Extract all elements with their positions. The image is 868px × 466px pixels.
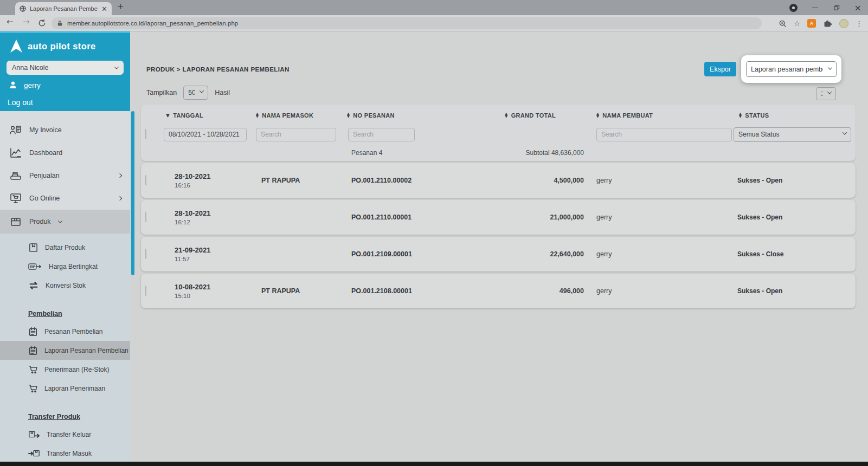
table-header-row: ▼ TANGGAL ▲▼ NAMA PEMASOK ▲▼ NO PESANAN … (141, 107, 856, 124)
swap-arrows-icon (28, 281, 39, 290)
page-size-select-wrap: 50 (183, 86, 208, 100)
order-report-icon (28, 346, 38, 355)
zoom-icon[interactable] (779, 20, 787, 28)
back-button[interactable]: ← (7, 17, 14, 27)
globe-icon (20, 5, 26, 12)
brand-name: auto pilot store (28, 41, 96, 51)
dashboard-chart-icon (10, 147, 22, 158)
logout-link[interactable]: Log out (8, 98, 33, 107)
status-badge: Sukses - Open (729, 177, 856, 184)
row-checkbox[interactable] (145, 249, 146, 259)
browser-tab-bar: Laporan Pesanan Pembelian ✕ + — × (0, 0, 868, 15)
row-checkbox[interactable] (145, 175, 146, 185)
sidebar-item-pesanan-pembelian[interactable]: Pesanan Pembelian (0, 322, 130, 341)
sort-icon: ▲▼ (739, 113, 742, 118)
creator-search-input[interactable] (596, 128, 732, 141)
username: gerry (24, 81, 41, 89)
sort-icon: ▲▼ (256, 113, 259, 118)
logged-in-user: gerry (9, 81, 41, 89)
order-no-search-input[interactable] (348, 128, 415, 141)
show-label: Tampilkan (146, 89, 177, 96)
chevron-right-icon (118, 196, 122, 200)
select-all-checkbox[interactable] (145, 129, 146, 139)
supplier-search-input[interactable] (256, 128, 336, 141)
sidebar-item-laporan-penerimaan[interactable]: Transfer Keluar Laporan Penerimaan (0, 379, 130, 398)
report-type-select[interactable]: Laporan pesanan pembelian (746, 61, 837, 77)
browser-tab[interactable]: Laporan Pesanan Pembelian ✕ (15, 2, 112, 15)
column-header-tanggal[interactable]: ▼ TANGGAL (164, 107, 256, 124)
sidebar-item-penjualan[interactable]: Penjualan (0, 164, 130, 187)
cart-report-icon (28, 384, 38, 393)
new-tab-button[interactable]: + (117, 2, 124, 11)
lock-icon (57, 20, 63, 27)
column-header-status[interactable]: ▲▼ STATUS (729, 107, 856, 124)
table-row[interactable]: 28-10-202116:16 PT RAPUPA PO.001.2110.00… (141, 163, 856, 198)
cart-icon (28, 365, 38, 374)
chevron-down-icon (57, 218, 62, 223)
status-filter-select[interactable]: Semua Status (734, 127, 851, 142)
section-header-pembelian: Pembelian (0, 295, 130, 322)
row-checkbox[interactable] (145, 212, 146, 222)
sidebar-item-produk[interactable]: Produk (0, 210, 130, 234)
account-select[interactable]: Anna Nicole (7, 61, 124, 75)
refresh-button[interactable] (38, 19, 46, 27)
table-filter-row: Semua Status (141, 124, 856, 145)
svg-text:RP: RP (30, 264, 35, 269)
date-range-filter-input[interactable] (164, 128, 247, 141)
table-row[interactable]: 28-10-202116:12 PO.001.2110.00001 21,000… (141, 200, 856, 235)
sidebar-item-konversi-stok[interactable]: Konversi Stok (0, 276, 130, 295)
sidebar-item-transfer-keluar[interactable]: Transfer Keluar (0, 425, 130, 444)
report-type-select-wrap: Laporan pesanan pembelian (746, 61, 837, 77)
report-select-spotlight: Laporan pesanan pembelian (741, 55, 841, 83)
page-size-select[interactable]: 50 (183, 86, 208, 100)
tab-close-icon[interactable]: ✕ (101, 5, 107, 13)
sidebar-scrollbar[interactable] (131, 111, 134, 275)
sidebar-item-transfer-masuk[interactable]: Transfer Masuk (0, 444, 130, 462)
package-icon (10, 216, 22, 227)
chevron-down-icon (114, 64, 119, 69)
main-content: PRODUK > LAPORAN PESANAN PEMBELIAN Ekspo… (130, 31, 868, 462)
export-button[interactable]: Ekspor (704, 62, 736, 76)
browser-badge-icon[interactable] (789, 4, 798, 12)
forward-button[interactable]: → (23, 17, 30, 27)
table-row[interactable]: 21-09-202111:57 PO.001.2109.00001 22,640… (141, 237, 856, 271)
bottom-edge-strip (0, 462, 868, 466)
page-size-row: Tampilkan 50 Hasil (146, 86, 230, 100)
sidebar-item-daftar-produk[interactable]: Daftar Produk (0, 238, 130, 257)
sidebar-item-harga-bertingkat[interactable]: RP Harga Bertingkat (0, 257, 130, 276)
brand: auto pilot store (0, 33, 130, 53)
window-close-button[interactable]: × (854, 3, 861, 13)
price-tag-icon: RP (28, 262, 42, 271)
extension-orange-icon[interactable]: A (807, 19, 816, 28)
produk-submenu: Daftar Produk RP Harga Bertingkat Konver… (0, 234, 130, 462)
address-bar[interactable]: member.autopilotstore.co.id/laporan_pesa… (52, 17, 762, 29)
sidebar-item-my-invoice[interactable]: My Invoice (0, 119, 130, 141)
sidebar-item-laporan-pesanan-pembelian[interactable]: Laporan Pesanan Pembelian (0, 341, 130, 360)
sort-icon: ▲▼ (347, 113, 350, 118)
table-summary-row: Pesanan 4 Subtotal 48,636,000 (141, 145, 856, 161)
window-restore-button[interactable] (833, 4, 840, 11)
brand-logo-icon (10, 40, 23, 53)
column-header-nama-pemasok[interactable]: ▲▼ NAMA PEMASOK (256, 107, 347, 124)
bookmark-star-icon[interactable]: ☆ (794, 20, 800, 28)
chevron-right-icon (118, 173, 122, 178)
extensions-puzzle-icon[interactable] (823, 19, 832, 28)
window-minimize-button[interactable]: — (812, 4, 819, 11)
column-header-nama-pembuat[interactable]: ▲▼ NAMA PEMBUAT (588, 107, 729, 124)
status-badge: Sukses - Close (729, 250, 856, 258)
sidebar-item-penerimaan-restok[interactable]: Penerimaan (Re-Stok) (0, 360, 130, 379)
table-row[interactable]: 10-08-202115:10 PT RAPUPA PO.001.2108.00… (141, 274, 856, 308)
page-select[interactable]: 1 (816, 87, 836, 100)
profile-avatar[interactable] (839, 19, 848, 28)
sort-icon: ▲▼ (505, 113, 507, 118)
column-header-grand-total[interactable]: ▲▼ GRAND TOTAL (466, 107, 588, 124)
status-badge: Sukses - Open (729, 287, 856, 295)
browser-menu-icon[interactable]: ⋮ (856, 20, 863, 28)
sidebar-header: auto pilot store Anna Nicole gerry Log o… (0, 31, 130, 111)
sidebar-item-dashboard[interactable]: Dashboard (0, 141, 130, 164)
sidebar-item-go-online[interactable]: Go Online (0, 187, 130, 210)
row-checkbox[interactable] (145, 286, 146, 296)
cash-register-icon (10, 170, 22, 181)
column-header-no-pesanan[interactable]: ▲▼ NO PESANAN (347, 107, 466, 124)
user-icon (9, 81, 17, 89)
